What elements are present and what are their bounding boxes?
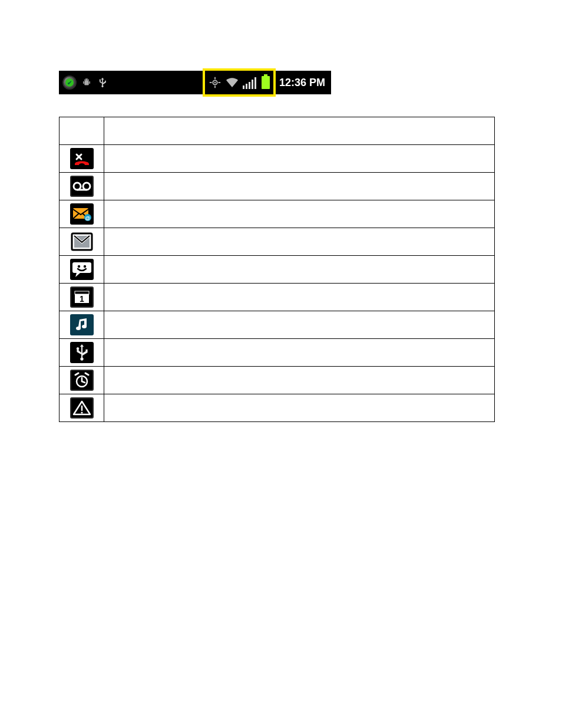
header-desc-cell <box>104 117 495 145</box>
svg-point-25 <box>83 265 85 268</box>
table-row <box>59 339 495 367</box>
icon-reference-table: @ <box>59 117 495 422</box>
table-row <box>59 256 495 284</box>
android-debug-icon <box>81 77 92 88</box>
usb-icon <box>97 77 108 88</box>
gmail-icon <box>70 231 94 252</box>
table-header-row <box>59 117 495 145</box>
svg-rect-12 <box>246 84 247 89</box>
table-row <box>59 394 495 422</box>
svg-point-35 <box>81 411 82 413</box>
desc-cell <box>104 256 495 284</box>
svg-rect-11 <box>243 85 244 89</box>
table-row <box>59 228 495 256</box>
status-highlight-box <box>203 68 276 97</box>
svg-rect-0 <box>84 81 89 85</box>
table-row: @ <box>59 200 495 228</box>
svg-point-2 <box>87 80 88 81</box>
svg-text:@: @ <box>85 215 90 221</box>
calendar-event-icon: 1 <box>70 286 94 308</box>
svg-line-33 <box>85 373 88 375</box>
music-playing-icon <box>70 314 94 335</box>
wifi-icon <box>225 76 239 89</box>
svg-rect-14 <box>252 80 253 89</box>
voicemail-icon <box>70 176 94 197</box>
status-time: 12:36 PM <box>277 77 328 89</box>
header-icon-cell <box>59 117 104 145</box>
table-row <box>59 145 495 173</box>
new-email-icon: @ <box>70 203 94 225</box>
desc-cell <box>104 311 495 339</box>
desc-cell <box>104 173 495 200</box>
usb-connected-icon <box>70 342 94 363</box>
table-row <box>59 311 495 339</box>
desc-cell <box>104 367 495 394</box>
status-ok-icon: ✔ <box>62 75 77 90</box>
status-bar: ✔ <box>59 71 331 94</box>
table-row <box>59 173 495 200</box>
table-row <box>59 367 495 394</box>
svg-line-31 <box>82 381 85 383</box>
battery-icon <box>262 76 270 89</box>
svg-text:1: 1 <box>80 294 84 304</box>
warning-icon <box>70 397 94 419</box>
svg-point-16 <box>74 183 81 190</box>
svg-point-24 <box>77 265 80 268</box>
desc-cell <box>104 284 495 311</box>
svg-line-32 <box>75 373 78 375</box>
svg-rect-3 <box>83 81 84 84</box>
svg-rect-15 <box>254 77 256 89</box>
desc-cell <box>104 394 495 422</box>
svg-point-1 <box>85 80 87 81</box>
svg-point-6 <box>214 82 216 84</box>
signal-icon <box>243 76 258 89</box>
desc-cell <box>104 200 495 228</box>
svg-rect-4 <box>90 81 91 84</box>
missed-call-icon <box>70 148 94 169</box>
svg-rect-13 <box>249 82 250 89</box>
desc-cell <box>104 145 495 173</box>
svg-point-17 <box>83 183 90 190</box>
desc-cell <box>104 339 495 367</box>
table-row: 1 <box>59 284 495 311</box>
gps-icon <box>209 76 222 89</box>
new-message-icon <box>70 259 94 280</box>
alarm-set-icon <box>70 370 94 391</box>
desc-cell <box>104 228 495 256</box>
